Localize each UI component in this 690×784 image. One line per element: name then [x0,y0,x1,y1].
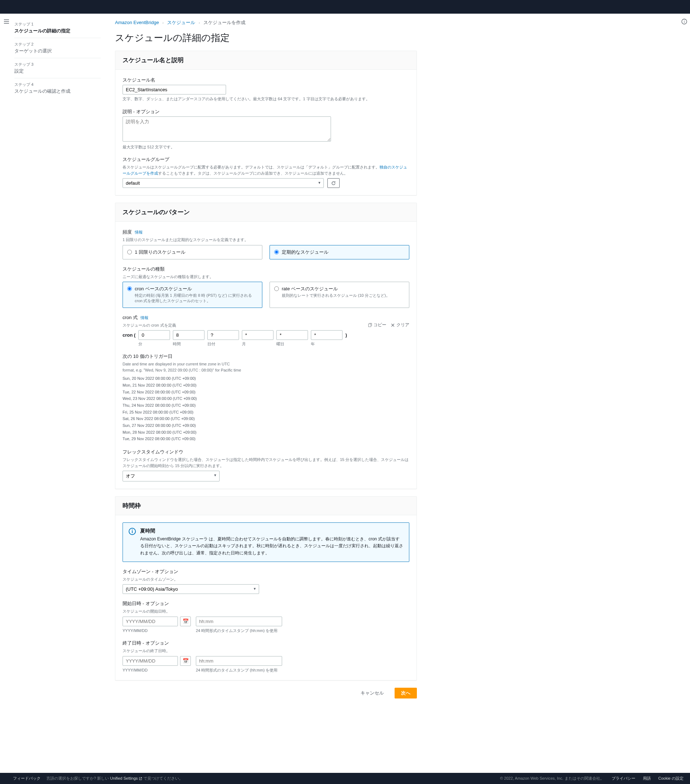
close-icon [390,323,395,327]
trigger-date-item: Fri, 25 Nov 2022 08:00:00 (UTC +09:00) [123,409,409,416]
frequency-recurring-radio[interactable] [274,250,279,254]
frequency-once-radio[interactable] [127,250,132,254]
cron-month-input[interactable] [242,330,273,340]
trigger-date-item: Sun, 20 Nov 2022 08:00:00 (UTC +09:00) [123,375,409,382]
cron-minute-input[interactable] [138,330,170,340]
end-time-input[interactable] [196,656,282,666]
end-datetime-label: 終了日時 - オプション [123,640,409,646]
type-rate-radio[interactable] [274,287,279,291]
type-cron-tile[interactable]: cron ベースのスケジュール 特定の時刻 (毎月第 1 月曜日の午前 8 時 … [123,282,262,308]
start-date-calendar-button[interactable]: 📅 [180,616,191,626]
schedule-group-hint: 各スケジュールはスケジュールグループに配置する必要があります。デフォルトでは、ス… [123,164,409,176]
panel-time-frame: 時間枠 夏時間 Amazon EventBridge スケジューラ は、夏時間に… [115,496,417,680]
dst-info-alert: 夏時間 Amazon EventBridge スケジューラ は、夏時間に合わせて… [123,522,409,562]
schedule-group-label: スケジュールグループ [123,156,409,163]
frequency-once-tile[interactable]: 1 回限りのスケジュール [123,245,262,259]
copy-icon [368,323,372,327]
schedule-name-label: スケジュール名 [123,77,409,83]
trigger-date-item: Sun, 27 Nov 2022 08:00:00 (UTC +09:00) [123,422,409,429]
help-panel-icon[interactable]: i [680,17,688,27]
cancel-button[interactable]: キャンセル [354,688,390,698]
panel-name-description: スケジュール名と説明 スケジュール名 文字、数字、ダッシュ、またはアンダースコア… [115,51,417,196]
wizard-steps: ステップ 1 スケジュールの詳細の指定 ステップ 2 ターゲットの選択 ステップ… [14,16,115,724]
svg-point-4 [132,530,133,530]
step-4[interactable]: ステップ 4 スケジュールの確認と作成 [14,78,100,98]
breadcrumb-current: スケジュールを作成 [203,20,245,25]
type-rate-tile[interactable]: rate ベースのスケジュール 規則的なレートで実行されるスケジュール (10 … [270,282,409,308]
hamburger-icon[interactable] [2,17,11,27]
step-3[interactable]: ステップ 3 設定 [14,58,100,78]
aws-topbar [0,0,690,14]
breadcrumb: Amazon EventBridge › スケジュール › スケジュールを作成 [115,16,417,31]
step-1: ステップ 1 スケジュールの詳細の指定 [14,18,100,38]
breadcrumb-section[interactable]: スケジュール [167,20,195,25]
trigger-date-item: Mon, 21 Nov 2022 08:00:00 (UTC +09:00) [123,382,409,389]
refresh-groups-button[interactable] [328,178,339,188]
cron-dayofmonth-input[interactable] [207,330,239,340]
cron-dayofweek-input[interactable] [277,330,308,340]
cron-hour-input[interactable] [173,330,204,340]
flex-window-select[interactable]: オフ [123,471,219,481]
description-hint: 最大文字数は 512 文字です。 [123,144,409,150]
panel-schedule-pattern: スケジュールのパターン 頻度情報 1 回限りのスケジュールまたは定期的なスケジュ… [115,203,417,489]
start-date-input[interactable] [123,616,178,626]
panel-time-title: 時間枠 [115,497,417,515]
schedule-group-select[interactable]: default [123,178,324,188]
frequency-label: 頻度情報 [123,229,409,236]
trigger-date-item: Thu, 24 Nov 2022 08:00:00 (UTC +09:00) [123,402,409,409]
schedule-name-hint: 文字、数字、ダッシュ、またはアンダースコアのみを使用してください。最大文字数は … [123,96,409,102]
flex-window-label: フレックスタイムウィンドウ [123,449,409,455]
svg-rect-2 [368,324,371,327]
trigger-dates-list: Sun, 20 Nov 2022 08:00:00 (UTC +09:00)Mo… [123,375,409,442]
calendar-icon: 📅 [183,618,189,624]
schedule-type-label: スケジュールの種類 [123,266,409,272]
start-datetime-label: 開始日時 - オプション [123,600,409,607]
timezone-select[interactable]: (UTC +09:00) Asia/Tokyo [123,584,259,594]
step-2[interactable]: ステップ 2 ターゲットの選択 [14,38,100,58]
cron-info-link[interactable]: 情報 [140,315,148,320]
refresh-icon [331,181,336,186]
cron-year-input[interactable] [311,330,343,340]
type-cron-radio[interactable] [127,287,132,291]
frequency-recurring-tile[interactable]: 定期的なスケジュール [270,245,409,259]
panel-pattern-title: スケジュールのパターン [115,203,417,222]
panel-name-title: スケジュール名と説明 [115,51,417,70]
schedule-name-input[interactable] [123,85,226,94]
calendar-icon: 📅 [183,658,189,664]
svg-rect-5 [132,531,133,533]
trigger-date-item: Sat, 26 Nov 2022 08:00:00 (UTC +09:00) [123,415,409,422]
timezone-label: タイムゾーン - オプション [123,568,409,575]
trigger-date-item: Tue, 22 Nov 2022 08:00:00 (UTC +09:00) [123,389,409,395]
start-time-input[interactable] [196,616,282,626]
next-triggers-label: 次の 10 個のトリガー日 [123,353,409,360]
trigger-date-item: Tue, 29 Nov 2022 08:00:00 (UTC +09:00) [123,435,409,442]
info-icon [128,528,136,557]
end-date-input[interactable] [123,656,178,666]
end-date-calendar-button[interactable]: 📅 [180,656,191,666]
cron-expression-label: cron 式情報 [123,315,176,321]
frequency-info-link[interactable]: 情報 [135,230,143,234]
next-button[interactable]: 次へ [395,688,417,698]
trigger-date-item: Wed, 23 Nov 2022 08:00:00 (UTC +09:00) [123,395,409,402]
cron-copy-button[interactable]: コピー [368,322,386,328]
trigger-date-item: Mon, 28 Nov 2022 08:00:00 (UTC +09:00) [123,429,409,436]
description-input[interactable] [123,117,331,142]
cron-clear-button[interactable]: クリア [390,322,409,328]
breadcrumb-service[interactable]: Amazon EventBridge [115,20,159,25]
description-label: 説明 - オプション [123,109,409,115]
page-title: スケジュールの詳細の指定 [115,31,417,44]
svg-text:i: i [684,20,685,24]
